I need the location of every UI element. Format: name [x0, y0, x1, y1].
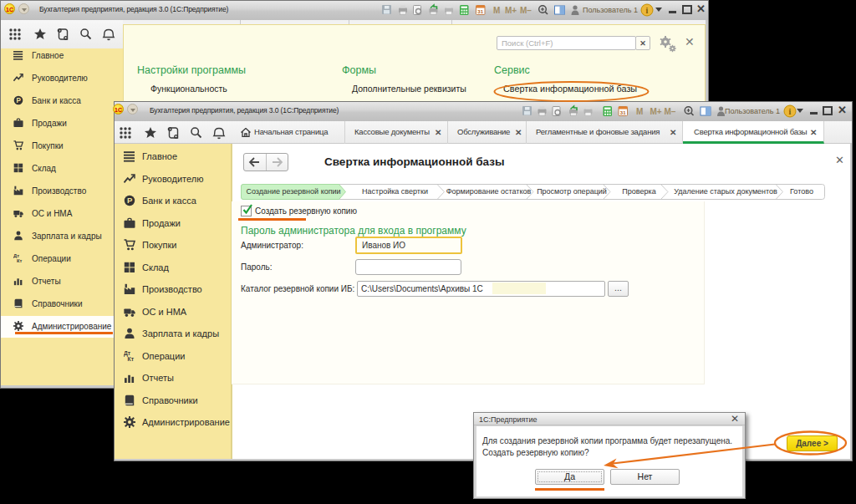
svg-text:i: i: [646, 6, 649, 15]
svg-text:М: М: [493, 6, 500, 15]
svg-text:М+: М+: [650, 107, 661, 116]
svg-text:i: i: [789, 107, 792, 116]
svg-text:М: М: [636, 107, 643, 116]
svg-text:М–: М–: [664, 107, 675, 116]
svg-text:М–: М–: [520, 6, 532, 15]
svg-text:31: 31: [619, 110, 625, 115]
svg-text:М+: М+: [505, 6, 517, 15]
svg-text:31: 31: [477, 9, 483, 14]
